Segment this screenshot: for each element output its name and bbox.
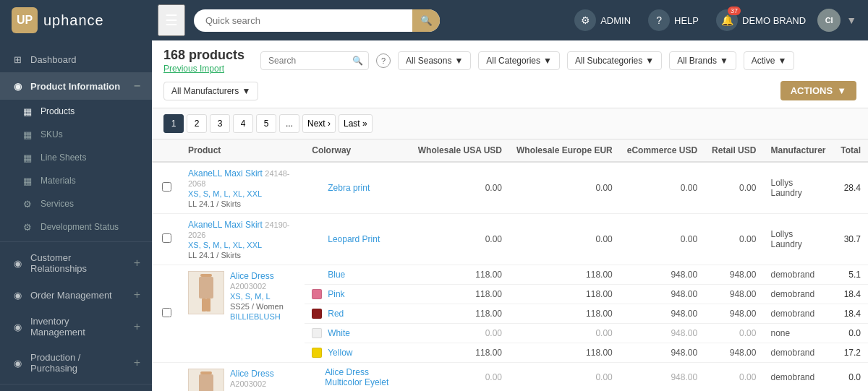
filter-categories-button[interactable]: All Categories ▼ [478, 51, 560, 70]
colorway-cell: Leopard Print [305, 214, 411, 265]
weur-cell: 118.00 [509, 343, 620, 363]
row-checkbox[interactable] [162, 182, 171, 192]
product-name[interactable]: Alice Dress [230, 271, 274, 281]
svg-rect-3 [206, 298, 210, 311]
colorway-name: Zebra print [328, 183, 370, 193]
avatar[interactable]: CI [817, 9, 841, 32]
customer-relationships-icon: ◉ [12, 257, 23, 269]
filter-subcategories-button[interactable]: All Subcategories ▼ [567, 51, 662, 70]
sidebar-item-materials[interactable]: ▦ Materials [0, 169, 152, 192]
page-4-button[interactable]: 4 [233, 114, 253, 133]
retail-cell: 0.00 [705, 162, 763, 214]
brand-label: DEMO BRAND [742, 15, 806, 26]
sidebar-item-line-sheets[interactable]: ▦ Line Sheets [0, 146, 152, 169]
filter-seasons-label: All Seasons [406, 56, 451, 66]
product-cell: AkaneLL Maxi Skirt 24148-2068XS, S, M, L… [181, 162, 305, 214]
filter-active-label: Active [752, 56, 775, 66]
global-search-input[interactable] [194, 9, 440, 32]
colorway-cell: White [305, 324, 411, 343]
filter-seasons-button[interactable]: All Seasons ▼ [398, 51, 471, 70]
product-cell: Alice Dress A2003002XS, S, M, LSS25 / Wo… [181, 265, 305, 363]
production-purchasing-expand-icon: + [134, 356, 140, 369]
page-1-button[interactable]: 1 [163, 114, 184, 133]
filter-active-chevron-icon: ▼ [778, 56, 786, 66]
colorway-cell: Zebra print [305, 162, 411, 214]
row-checkbox[interactable] [162, 233, 171, 243]
color-swatch-icon [312, 309, 322, 319]
sidebar-label-services: Services [41, 199, 74, 209]
weur-cell: 118.00 [509, 285, 620, 304]
filter-brands-chevron-icon: ▼ [720, 56, 728, 66]
total-cell: 17.2 [833, 343, 868, 363]
manufacturer-cell: demobrand [763, 265, 833, 285]
total-cell: 0.0 [833, 324, 868, 343]
sidebar-item-product-information[interactable]: ◉ Product Information − [0, 72, 152, 100]
manufacturer-cell: demobrand [763, 363, 833, 392]
table-row: Alice Dress A2003002XS, S, M, LSS23 / Wo… [152, 363, 868, 392]
product-brand: BILLIEBLUSH [230, 312, 281, 321]
help-button[interactable]: ? HELP [642, 5, 705, 35]
page-last-button[interactable]: Last » [339, 114, 373, 133]
colorway-cell: Blue [305, 265, 411, 285]
page-3-button[interactable]: 3 [210, 114, 230, 133]
sidebar-label-order-management: Order Management [30, 290, 112, 301]
product-thumbnail [188, 369, 224, 391]
product-information-collapse-icon: − [134, 80, 140, 93]
sidebar-item-inventory-management[interactable]: ◉ Inventory Management + [0, 309, 152, 345]
sidebar-item-reports[interactable]: ▦ Reports [0, 387, 152, 391]
product-name[interactable]: AkaneLL Maxi Skirt [188, 220, 263, 230]
colorway-name: Blue [328, 270, 345, 280]
th-total: Total [833, 139, 868, 162]
retail-cell: 0.00 [705, 214, 763, 265]
line-sheets-icon: ▦ [22, 152, 33, 163]
sidebar-item-order-management[interactable]: ◉ Order Management + [0, 281, 152, 309]
product-name[interactable]: Alice Dress [230, 369, 274, 379]
sidebar-item-skus[interactable]: ▦ SKUs [0, 123, 152, 146]
sidebar-item-services[interactable]: ⚙ Services [0, 192, 152, 215]
filter-brands-button[interactable]: All Brands ▼ [669, 51, 736, 70]
sidebar-item-products[interactable]: ▦ Products [0, 100, 152, 123]
manufacturer-cell: none [763, 324, 833, 343]
sidebar-item-dashboard[interactable]: ⊞ Dashboard [0, 46, 152, 72]
colorway-name: Yellow [328, 348, 352, 358]
top-navigation: UP uphance ☰ 🔍 ⚙ ADMIN ? HELP 🔔 37 DEMO … [0, 0, 868, 40]
admin-button[interactable]: ⚙ ADMIN [569, 5, 637, 35]
weur-cell: 0.00 [509, 363, 620, 392]
filter-active-button[interactable]: Active ▼ [744, 51, 795, 70]
production-purchasing-icon: ◉ [12, 357, 23, 369]
nav-right: ⚙ ADMIN ? HELP 🔔 37 DEMO BRAND CI ▼ [569, 5, 856, 35]
global-search-button[interactable]: 🔍 [412, 9, 440, 32]
colorway-cell: Yellow [305, 343, 411, 363]
product-count: 168 products [163, 48, 244, 62]
filter-seasons-chevron-icon: ▼ [454, 56, 463, 66]
table-row: Alice Dress A2003002XS, S, M, LSS25 / Wo… [152, 265, 868, 285]
sidebar-item-production-purchasing[interactable]: ◉ Production / Purchasing + [0, 345, 152, 381]
ecom-cell: 948.00 [620, 343, 705, 363]
product-search-icon: 🔍 [352, 56, 363, 66]
page-5-button[interactable]: 5 [256, 114, 276, 133]
th-wholesale-usa: Wholesale USA USD [411, 139, 509, 162]
product-season: SS25 / Women [230, 302, 284, 311]
colorway-name: Red [328, 309, 344, 319]
wusa-cell: 0.00 [411, 214, 509, 265]
sidebar-item-customer-relationships[interactable]: ◉ Customer Relationships + [0, 245, 152, 281]
filter-subcategories-label: All Subcategories [575, 56, 642, 66]
page-next-button[interactable]: Next › [302, 114, 336, 133]
notifications-button[interactable]: 🔔 37 DEMO BRAND [710, 5, 812, 35]
sidebar-item-development-status[interactable]: ⚙ Development Status [0, 215, 152, 239]
filter-brands-label: All Brands [677, 56, 717, 66]
wusa-cell: 0.00 [411, 363, 509, 392]
filter-subcategories-chevron-icon: ▼ [645, 56, 654, 66]
actions-button[interactable]: ACTIONS ▼ [780, 81, 856, 100]
color-swatch-icon [312, 372, 319, 382]
page-2-button[interactable]: 2 [187, 114, 207, 133]
hamburger-menu[interactable]: ☰ [158, 4, 185, 36]
filter-manufacturers-button[interactable]: All Manufacturers ▼ [163, 82, 258, 100]
ecom-cell: 948.00 [620, 363, 705, 392]
previous-import-link[interactable]: Previous Import [163, 64, 224, 74]
logo-name: uphance [43, 12, 104, 29]
row-checkbox[interactable] [162, 308, 171, 317]
search-help-icon[interactable]: ? [376, 53, 391, 68]
manufacturer-cell: demobrand [763, 343, 833, 363]
product-name[interactable]: AkaneLL Maxi Skirt [188, 168, 263, 179]
